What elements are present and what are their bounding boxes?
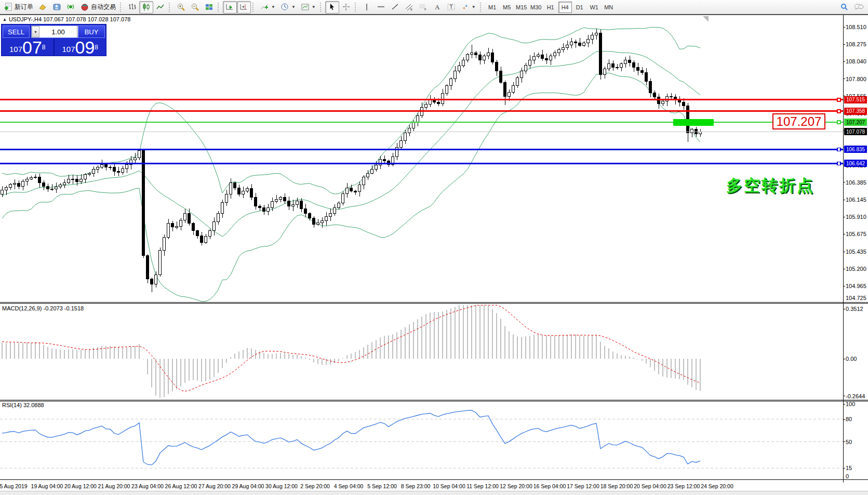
candle-body (146, 256, 149, 279)
rsi-scale-label: 0 (846, 473, 849, 479)
chart-shift-button[interactable] (237, 1, 251, 14)
collapse-arrow-icon[interactable]: ▲ (3, 17, 7, 22)
auto-scroll-button[interactable] (223, 1, 237, 14)
level-drag-handle[interactable] (837, 110, 840, 113)
price-tick-label: 108.040 (846, 58, 866, 64)
candle-body (313, 218, 315, 224)
candle-body (63, 183, 66, 185)
timeframe-m30-button[interactable]: M30 (529, 2, 543, 13)
candle-body (471, 53, 473, 55)
dropdown-caret-icon[interactable]: ▼ (472, 5, 476, 9)
price-tick-label: 104.965 (846, 283, 866, 289)
volume-decrease-button[interactable]: ▼ (32, 26, 39, 37)
bottom-strip (0, 491, 868, 495)
timeframe-h1-button[interactable]: H1 (544, 2, 557, 13)
candle-body (205, 237, 207, 243)
line-chart-button[interactable] (153, 1, 167, 14)
bar-chart-button[interactable] (125, 1, 139, 14)
level-drag-handle[interactable] (837, 98, 840, 101)
candle-body (113, 167, 116, 172)
volume-input[interactable] (39, 26, 77, 37)
macd-pane (2, 305, 700, 398)
timeframe-w1-button[interactable]: W1 (587, 2, 601, 13)
dropdown-caret-icon[interactable]: ▼ (291, 5, 296, 9)
price-line-label: 106.835 (844, 146, 867, 153)
accounts-icon (52, 3, 61, 11)
candle-body (496, 62, 498, 71)
toolbar-grip (120, 3, 124, 12)
symbol-ohlc-text: USDJPY-,H4 107.067 107.078 107.028 107.0… (9, 16, 130, 22)
price-callout-label[interactable]: 107.207 (772, 113, 825, 129)
templates-button[interactable]: ▼ (298, 1, 318, 14)
vline-button[interactable] (360, 1, 374, 14)
candle-body (275, 200, 278, 202)
candle-body (683, 102, 685, 106)
zoom-out-button[interactable] (188, 1, 202, 14)
trendline-button[interactable] (388, 1, 402, 14)
timeframe-mn-button[interactable]: MN (602, 2, 616, 13)
toolbar-grip (218, 3, 221, 12)
candle-body (43, 183, 45, 187)
text-button[interactable]: A (430, 1, 444, 14)
candle-body (325, 217, 328, 221)
buy-button[interactable]: BUY (78, 25, 105, 38)
tile-windows-button[interactable] (202, 1, 216, 14)
level-highlight-band[interactable] (673, 119, 714, 126)
timeframe-d1-button[interactable]: D1 (573, 2, 586, 13)
history-button[interactable] (36, 1, 50, 14)
chat-button[interactable] (851, 1, 866, 14)
button-label: 自动交易 (91, 3, 116, 11)
candle-chart-button[interactable] (139, 1, 153, 14)
sell-price[interactable]: 107078 (2, 39, 55, 56)
channel-button[interactable]: E (402, 1, 416, 14)
timeframe-m1-button[interactable]: M1 (486, 2, 499, 13)
timeframe-h4-button[interactable]: H4 (558, 2, 572, 13)
signals-button[interactable] (64, 1, 78, 14)
time-axis-label: 20 Sep 04:00 (634, 483, 666, 489)
level-drag-handle[interactable] (837, 162, 840, 165)
buy-price[interactable]: 107098 (55, 39, 106, 56)
candle-body (271, 202, 274, 208)
timeframe-m5-button[interactable]: M5 (500, 2, 514, 13)
autotrade-icon (81, 3, 89, 11)
candle-body (599, 33, 602, 74)
cursor-button[interactable] (325, 1, 339, 14)
dropdown-caret-icon[interactable]: ▼ (271, 5, 275, 9)
candle-body (653, 93, 656, 97)
timeframe-m15-button[interactable]: M15 (515, 2, 528, 13)
label-button[interactable]: T (444, 1, 458, 14)
fibonacci-button[interactable]: F (416, 1, 430, 14)
hline-button[interactable] (374, 1, 388, 14)
sell-button[interactable]: SELL (3, 25, 30, 38)
candle-body (562, 47, 565, 49)
candle-body (446, 85, 448, 93)
rsi-line (2, 410, 700, 465)
candle-body (267, 208, 270, 211)
new-order-button[interactable]: 新订单 (2, 1, 36, 14)
arrows-button[interactable]: ▼ (458, 1, 478, 14)
candle-body (662, 101, 664, 103)
periods-button[interactable]: ▼ (278, 1, 298, 14)
search-button[interactable] (837, 1, 851, 14)
candle-body (342, 194, 344, 203)
zoom-in-button[interactable] (174, 1, 188, 14)
time-axis-label: 19 Aug 04:00 (31, 483, 63, 489)
level-drag-handle[interactable] (837, 121, 840, 124)
candle-body (566, 45, 569, 47)
dropdown-caret-icon[interactable]: ▼ (312, 5, 316, 9)
autotrade-button[interactable]: 自动交易 (78, 1, 118, 14)
pivot-annotation-text[interactable]: 多空转折点 (726, 175, 814, 197)
candle-body (537, 55, 540, 56)
accounts-button[interactable] (50, 1, 64, 14)
macd-scale-label: -0.2644 (846, 393, 865, 399)
candle-body (18, 184, 20, 186)
candle-body (637, 67, 639, 70)
candle-body (545, 58, 548, 60)
level-drag-handle[interactable] (837, 148, 840, 151)
sell-price-sup: 8 (42, 40, 46, 55)
candle-body (516, 78, 519, 86)
candle-body (379, 159, 382, 165)
indicators-button[interactable]: ▼ (258, 1, 278, 14)
chart-shift-marker-icon (703, 16, 709, 22)
crosshair-button[interactable] (339, 1, 353, 14)
